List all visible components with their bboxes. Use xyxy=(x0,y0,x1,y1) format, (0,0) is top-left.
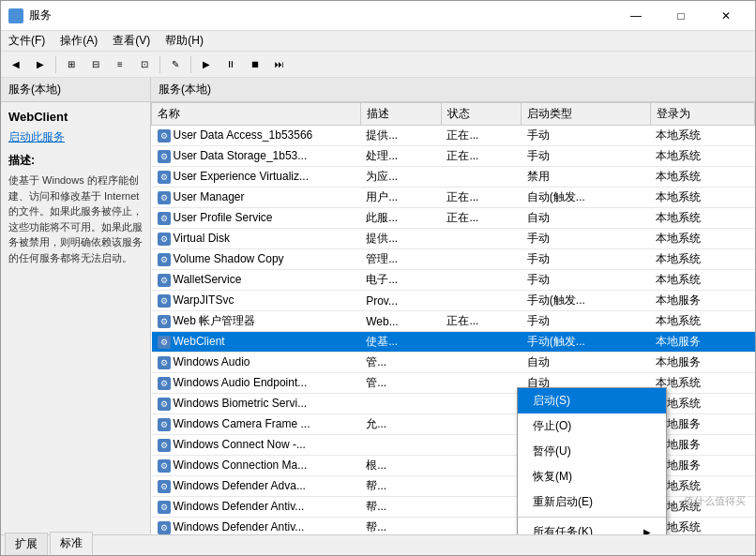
service-icon: ⚙ xyxy=(158,501,171,514)
watermark: 值什么值得买 xyxy=(684,494,746,508)
service-desc-cell: 根... xyxy=(360,456,441,476)
service-desc-cell: 帮... xyxy=(360,518,441,535)
toolbar-restart[interactable]: ⏭ xyxy=(268,54,291,75)
service-startup-cell: 手动 xyxy=(522,146,650,167)
context-menu-item[interactable]: 所有任务(K)▶ xyxy=(518,519,666,534)
minimize-button[interactable]: — xyxy=(614,1,658,31)
service-status-cell: 正在... xyxy=(441,208,521,229)
service-desc-cell: 为应... xyxy=(360,167,441,188)
table-row[interactable]: ⚙Windows Audio管...自动本地服务 xyxy=(152,353,755,373)
service-status-cell xyxy=(441,167,521,188)
service-icon: ⚙ xyxy=(158,171,171,184)
toolbar-btn-5[interactable]: ✎ xyxy=(164,54,187,75)
toolbar-pause[interactable]: ⏸ xyxy=(219,54,242,75)
service-login-cell: 本地系统 xyxy=(650,229,754,249)
service-status-cell xyxy=(441,353,521,373)
title-bar: 服务 — □ ✕ xyxy=(1,1,755,31)
context-menu-item[interactable]: 启动(S) xyxy=(518,388,666,413)
service-login-cell: 本地系统 xyxy=(650,311,754,332)
service-desc-cell: 电子... xyxy=(360,270,441,291)
service-status-cell xyxy=(441,518,521,535)
service-name-cell: ⚙Windows Audio xyxy=(152,353,361,373)
right-panel: 服务(本地) 名称 描述 状态 启动类型 登录为 ⚙User Data Acce… xyxy=(151,78,755,534)
service-icon: ⚙ xyxy=(158,212,171,225)
service-status-cell xyxy=(441,270,521,291)
service-icon: ⚙ xyxy=(158,191,171,204)
left-panel-header: 服务(本地) xyxy=(1,78,150,102)
service-desc-cell: Prov... xyxy=(360,291,441,311)
toolbar-btn-4[interactable]: ⊡ xyxy=(133,54,156,75)
toolbar-btn-1[interactable]: ⊞ xyxy=(60,54,83,75)
menu-action[interactable]: 操作(A) xyxy=(53,31,105,52)
menu-help[interactable]: 帮助(H) xyxy=(158,31,211,52)
service-desc-cell: 管... xyxy=(360,373,441,394)
service-status-cell xyxy=(441,435,521,456)
toolbar-forward[interactable]: ▶ xyxy=(29,54,52,75)
tab-standard[interactable]: 标准 xyxy=(50,532,93,555)
service-login-cell: 本地系统 xyxy=(650,188,754,208)
col-name[interactable]: 名称 xyxy=(152,103,361,126)
toolbar-sep-2 xyxy=(159,56,160,73)
context-menu-label: 恢复(M) xyxy=(533,469,572,485)
col-desc[interactable]: 描述 xyxy=(360,103,441,126)
tab-expand[interactable]: 扩展 xyxy=(5,533,48,555)
table-row[interactable]: ⚙User Manager用户...正在...自动(触发...本地系统 xyxy=(152,188,755,208)
table-row[interactable]: ⚙WarpJITSvcProv...手动(触发...本地服务 xyxy=(152,291,755,311)
service-startup-cell: 手动(触发... xyxy=(522,291,650,311)
menu-view[interactable]: 查看(V) xyxy=(105,31,158,52)
context-menu-item[interactable]: 重新启动(E) xyxy=(518,489,666,515)
service-startup-cell: 手动 xyxy=(522,126,650,146)
context-menu-item[interactable]: 恢复(M) xyxy=(518,464,666,489)
toolbar-btn-3[interactable]: ≡ xyxy=(109,54,131,75)
left-panel: 服务(本地) WebClient 启动此服务 描述: 使基于 Windows 的… xyxy=(1,78,151,534)
service-startup-cell: 自动 xyxy=(522,208,650,229)
service-icon: ⚙ xyxy=(158,315,171,328)
service-startup-cell: 手动 xyxy=(522,249,650,270)
service-status-cell xyxy=(441,456,521,476)
service-desc-cell: 使基... xyxy=(360,332,441,353)
service-icon: ⚙ xyxy=(158,459,171,473)
table-row[interactable]: ⚙Web 帐户管理器Web...正在...手动本地系统 xyxy=(152,311,755,332)
app-icon xyxy=(8,8,23,23)
service-status-cell: 正在... xyxy=(441,126,521,146)
context-menu-label: 所有任务(K) xyxy=(533,524,593,534)
start-service-link[interactable]: 启动此服务 xyxy=(8,129,143,145)
table-row[interactable]: ⚙Virtual Disk提供...手动本地系统 xyxy=(152,229,755,249)
service-startup-cell: 手动 xyxy=(522,229,650,249)
col-login[interactable]: 登录为 xyxy=(650,103,754,126)
context-menu-label: 暂停(U) xyxy=(533,443,571,459)
service-name-cell: ⚙User Experience Virtualiz... xyxy=(152,167,361,188)
service-name-cell: ⚙Windows Audio Endpoint... xyxy=(152,373,361,394)
toolbar-back[interactable]: ◀ xyxy=(5,54,27,75)
context-menu-label: 重新启动(E) xyxy=(533,494,593,510)
service-status-cell xyxy=(441,414,521,435)
col-status[interactable]: 状态 xyxy=(441,103,521,126)
table-row[interactable]: ⚙WalletService电子...手动本地系统 xyxy=(152,270,755,291)
service-status-cell xyxy=(441,332,521,353)
table-row[interactable]: ⚙User Data Access_1b53566提供...正在...手动本地系… xyxy=(152,126,755,146)
close-button[interactable]: ✕ xyxy=(704,1,748,31)
table-row[interactable]: ⚙User Data Storage_1b53...处理...正在...手动本地… xyxy=(152,146,755,167)
toolbar-play[interactable]: ▶ xyxy=(195,54,218,75)
table-row[interactable]: ⚙Volume Shadow Copy管理...手动本地系统 xyxy=(152,249,755,270)
service-name-cell: ⚙Windows Camera Frame ... xyxy=(152,414,361,435)
service-startup-cell: 自动(触发... xyxy=(522,188,650,208)
toolbar-stop[interactable]: ⏹ xyxy=(244,54,266,75)
table-row[interactable]: ⚙User Profile Service此服...正在...自动本地系统 xyxy=(152,208,755,229)
table-row[interactable]: ⚙WebClient使基...手动(触发...本地服务 xyxy=(152,332,755,353)
menu-file[interactable]: 文件(F) xyxy=(1,31,53,52)
service-name-cell: ⚙Virtual Disk xyxy=(152,229,361,249)
service-login-cell: 本地系统 xyxy=(650,167,754,188)
service-name-cell: ⚙User Data Access_1b53566 xyxy=(152,126,361,146)
context-menu-item[interactable]: 暂停(U) xyxy=(518,439,666,464)
service-icon: ⚙ xyxy=(158,129,171,143)
toolbar-btn-2[interactable]: ⊟ xyxy=(84,54,107,75)
table-row[interactable]: ⚙User Experience Virtualiz...为应...禁用本地系统 xyxy=(152,167,755,188)
col-startup[interactable]: 启动类型 xyxy=(522,103,650,126)
service-status-cell xyxy=(441,291,521,311)
context-menu-item[interactable]: 停止(O) xyxy=(518,413,666,439)
service-icon: ⚙ xyxy=(158,233,171,246)
service-desc-cell: 此服... xyxy=(360,208,441,229)
maximize-button[interactable]: □ xyxy=(659,1,703,31)
left-panel-content: WebClient 启动此服务 描述: 使基于 Windows 的程序能创建、访… xyxy=(1,102,150,534)
